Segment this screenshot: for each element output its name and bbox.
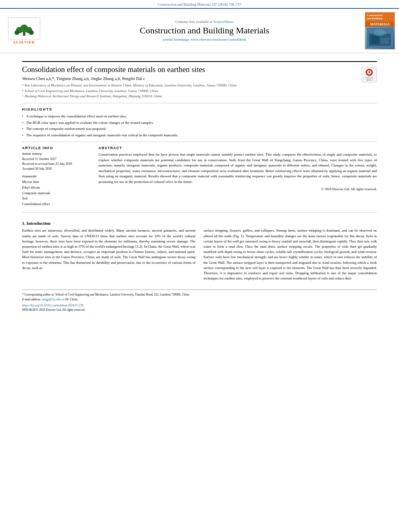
accepted-entry: Accepted 30 July 2018: [22, 166, 90, 171]
intro-left-text: Earthen sites are numerous, diversified,…: [22, 228, 195, 271]
homepage-line: journal homepage: www.elsevier.com/locat…: [48, 37, 361, 41]
article-info-label: ARTICLE INFO: [22, 146, 90, 150]
svg-point-5: [29, 30, 34, 35]
svg-rect-9: [371, 36, 379, 44]
title-top-rule: [22, 61, 377, 62]
journal-title: Construction and Building Materials: [48, 25, 361, 36]
article-info-col: ARTICLE INFO Article history: Received 1…: [22, 146, 90, 207]
cover-image: [365, 27, 395, 49]
email-line: E-mail address: sungp@lzu.edu.cn (W. Che…: [22, 297, 377, 302]
affil-a: a Key Laboratory of Mechanics on Disaste…: [22, 83, 377, 88]
footer-left: * Corresponding author at: School of Civ…: [22, 292, 377, 312]
highlights-list: A technique to improve the consolidation…: [22, 114, 377, 138]
affil-text-b: School of Civil Engineering and Mechanic…: [25, 88, 158, 94]
corresponding-note-text: * Corresponding author at: School of Civ…: [22, 293, 189, 296]
affiliations: a Key Laboratory of Mechanics on Disaste…: [22, 83, 377, 99]
svg-point-4: [14, 30, 19, 35]
highlights-top-rule: [22, 103, 377, 103]
authors-line: Wenwu Chen a,b,*, Yingmin Zhang a,b, Jin…: [22, 76, 377, 81]
highlight-item-2: The RGB color space was applied to evalu…: [22, 120, 377, 125]
affil-c: c Zhejiang Historical Architecture Desig…: [22, 94, 377, 99]
check-updates-badge: Check for updates: [362, 67, 377, 82]
paper-title: Consolidation effect of composite materi…: [22, 65, 377, 74]
corresponding-note: * Corresponding author at: School of Civ…: [22, 292, 377, 297]
email-suffix: (W. Chen).: [65, 298, 78, 301]
keywords-label: Keywords:: [22, 175, 90, 178]
email-label: E-mail address:: [22, 298, 41, 301]
main-content: Check for updates Consolidation effect o…: [0, 53, 399, 317]
cover-label-middle: MATERIALS: [365, 22, 395, 27]
intro-section: 1. Introduction Earthen sites are numero…: [22, 221, 377, 283]
article-history-label: Article history:: [22, 152, 90, 156]
abstract-text: Conservation practices employed thus far…: [99, 152, 377, 185]
check-inner: [367, 70, 371, 74]
check-dot: [368, 71, 370, 73]
contents-label: Contents lists available at: [175, 20, 212, 24]
header-area: ELSEVIER Contents lists available at Sci…: [0, 8, 399, 53]
svg-point-11: [374, 29, 386, 36]
title-area: Check for updates Consolidation effect o…: [22, 65, 377, 74]
svg-rect-10: [381, 38, 389, 44]
page: Construction and Building Materials 187 …: [0, 0, 399, 532]
affil-sup-b: b: [22, 88, 23, 94]
homepage-label: journal homepage: www.elsevier.com/locat…: [163, 37, 246, 41]
keyword-2: Ethyl silicate: [22, 185, 90, 191]
elsevier-brand: ELSEVIER: [13, 40, 35, 44]
footer-issn: 0950-0618/© 2018 Elsevier Ltd. All right…: [22, 308, 377, 312]
paper-footer: * Corresponding author at: School of Civ…: [22, 290, 377, 312]
keyword-1: Micron lime: [22, 179, 90, 185]
affil-b: b School of Civil Engineering and Mechan…: [22, 88, 377, 94]
check-updates-label: Check for updates: [362, 77, 376, 81]
affil-sup-a: a: [22, 83, 23, 88]
abstract-col: ABSTRACT Conservation practices employed…: [99, 146, 377, 207]
doi-link[interactable]: https://doi.org/10.1016/j.conbuildmat.20…: [22, 304, 83, 307]
affil-text-c: Zhejiang Historical Architecture Design …: [25, 94, 162, 99]
elsevier-tree-image: [8, 17, 40, 39]
sciencedirect-link[interactable]: ScienceDirect: [214, 20, 234, 24]
received-revised-entry: Received in revised form 23 July 2018: [22, 162, 90, 166]
intro-right-text: surface stripping, fissures, gullies, an…: [204, 228, 377, 281]
intro-top-rule: [22, 212, 377, 213]
cover-illustration: [367, 28, 393, 48]
highlights-label: HIGHLIGHTS: [22, 107, 377, 111]
intro-left-col: Earthen sites are numerous, diversified,…: [22, 228, 195, 283]
journal-ref-text: Construction and Building Materials 187 …: [158, 2, 241, 6]
cover-label-top: Construction and Building: [365, 12, 395, 22]
highlight-item-4: The sequence of consolidation of organic…: [22, 133, 377, 138]
journal-ref-bar: Construction and Building Materials 187 …: [0, 0, 399, 8]
journal-cover-thumb: Construction and Building MATERIALS: [365, 12, 395, 49]
elsevier-logo: ELSEVIER: [4, 17, 44, 44]
highlight-item-3: The concept of composite reinforcement w…: [22, 126, 377, 131]
abstract-copyright: © 2018 Elsevier Ltd. All rights reserved…: [99, 187, 377, 191]
received-entry: Received 11 October 2017: [22, 157, 90, 162]
intro-right-col: surface stripping, fissures, gullies, an…: [204, 228, 377, 283]
keyword-3: Composite materials: [22, 191, 90, 196]
affil-text-a: Key Laboratory of Mechanics on Disaster …: [25, 83, 237, 88]
article-info-abstract-area: ARTICLE INFO Article history: Received 1…: [22, 146, 377, 207]
keyword-4: Soil: [22, 196, 90, 201]
doi-line: https://doi.org/10.1016/j.conbuildmat.20…: [22, 304, 377, 307]
article-info-top-rule: [22, 142, 377, 142]
keyword-5: Consolidation effect: [22, 201, 90, 207]
intro-body-cols: Earthen sites are numerous, diversified,…: [22, 228, 377, 283]
contents-line: Contents lists available at ScienceDirec…: [48, 20, 361, 24]
highlight-item-1: A technique to improve the consolidation…: [22, 114, 377, 119]
authors-text: Wenwu Chen a,b,*, Yingmin Zhang a,b, Jin…: [22, 76, 145, 81]
email-link[interactable]: sungp@lzu.edu.cn: [42, 298, 64, 301]
intro-heading: 1. Introduction: [22, 221, 377, 226]
abstract-label: ABSTRACT: [99, 146, 377, 150]
elsevier-tree-svg: [12, 20, 36, 37]
affil-sup-c: c: [22, 94, 23, 99]
header-center: Contents lists available at ScienceDirec…: [48, 20, 361, 41]
check-circle: [366, 69, 373, 76]
